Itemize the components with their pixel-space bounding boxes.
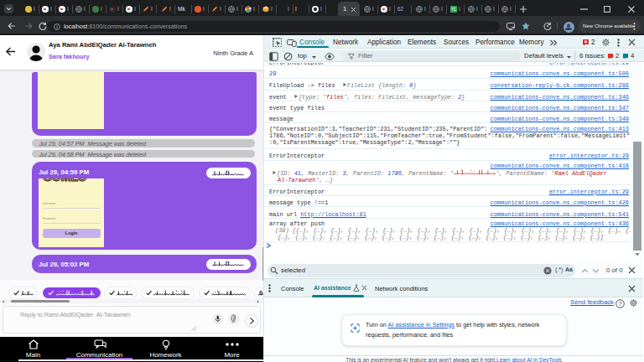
svg-text:GOMLÕ: GOMLÕ (43, 178, 86, 184)
svg-text:?: ? (618, 301, 621, 307)
